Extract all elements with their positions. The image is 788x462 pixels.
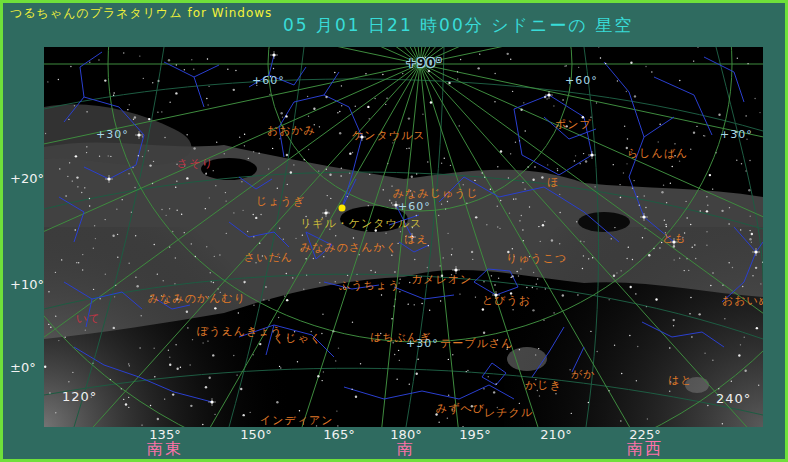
azimuth-tick-label: 150° [240,427,271,442]
constellation-label: がか [571,369,596,380]
constellation-label: おおかみ [267,125,316,136]
azimuth-tick-label: 195° [459,427,490,442]
constellation-label: インディアン [260,415,334,426]
azimuth-tick-label: 210° [540,427,571,442]
azimuth-tick-label: 165° [323,427,354,442]
declination-tick-label: +20° [10,171,44,186]
azimuth-corner-label: 240° [716,393,751,404]
zodiac-constellation-label: いて [76,313,101,324]
constellation-label: おおいぬ [722,295,763,306]
compass-direction-label: 南西 [627,439,663,460]
constellation-label: はと [668,375,693,386]
alpha-centauri-marker [339,205,346,212]
planetarium-window: つるちゃんのプラネタリウム for Windows 05 月01 日21 時00… [0,0,788,462]
constellation-label: レチクル [484,407,533,418]
app-title: つるちゃんのプラネタリウム for Windows [10,5,272,22]
constellation-label: りゅうこつ [506,253,567,264]
constellation-label: カメレオン [411,274,472,285]
declination-tick-label: +10° [10,277,44,292]
altitude-label: +30° [720,129,753,140]
altitude-label: +90° [406,58,443,69]
constellation-label: じょうぎ [256,196,305,207]
compass-direction-label: 南 [397,439,415,460]
constellation-label: ポンプ [555,119,592,130]
constellation-label: さいだん [244,252,293,263]
constellation-label: くじゃく [273,333,322,344]
constellation-label: みなみのかんむり [148,293,246,304]
constellation-label: とびうお [482,295,531,306]
declination-tick-label: ±0° [10,360,36,375]
constellation-label: みなみのさんかく [300,242,398,253]
star-name-label: リギル・ケンタウルス [300,218,422,229]
altitude-label: +30° [96,129,129,140]
altitude-label: +30° [406,338,439,349]
constellation-label: らしんばん [627,148,688,159]
altitude-label: +60° [398,201,431,212]
constellation-label: ほ [547,177,559,188]
constellation-label: みなみじゅうじ [393,188,479,199]
constellation-label: はえ [404,234,429,245]
constellation-label: かじき [525,380,562,391]
azimuth-corner-label: 120° [62,391,97,402]
constellation-label: ふうちょう [339,280,400,291]
constellation-label: とも [662,233,687,244]
constellation-label: ぼうえんきょう [197,326,283,337]
zodiac-constellation-label: さそり [177,158,214,169]
altitude-label: +60° [565,75,598,86]
constellation-label: テーブルさん [440,338,513,349]
chart-title: 05 月01 日21 時00分 シドニーの 星空 [283,14,633,37]
constellation-label: みずへび [436,403,485,414]
sky-chart[interactable]: おおかみケンタウルスポンプらしんばんみなみじゅうじじょうぎはえみなみのさんかくさ… [44,47,763,427]
compass-direction-label: 南東 [147,439,183,460]
constellation-label: ケンタウルス [352,130,426,141]
altitude-label: +60° [252,75,285,86]
